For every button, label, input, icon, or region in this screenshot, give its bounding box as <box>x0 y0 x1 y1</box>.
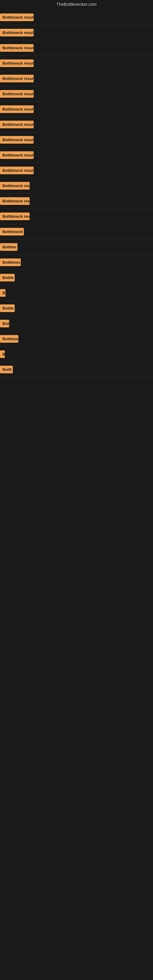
bottleneck-badge[interactable]: Bottleneck result <box>0 90 33 98</box>
bottleneck-row: Bottle <box>0 301 153 316</box>
bottleneck-badge[interactable]: Bottleneck resu <box>0 213 30 220</box>
bottleneck-badge[interactable]: Bottleneck result <box>0 121 33 128</box>
bottleneck-badge[interactable]: Bottleneck result <box>0 136 33 144</box>
bottleneck-badge[interactable]: Bottle <box>0 304 15 312</box>
bottleneck-badge[interactable]: Bottleneck <box>0 258 21 266</box>
bottleneck-badge[interactable]: Bottleneck resu <box>0 182 30 189</box>
bottleneck-badge[interactable]: Bottleneck result <box>0 44 33 52</box>
bottleneck-row: Bottlene <box>0 331 153 347</box>
bottleneck-row: Bottleneck result <box>0 25 153 40</box>
bottleneck-row: Bot <box>0 316 153 331</box>
bottleneck-row: Bottleneck result <box>0 117 153 132</box>
bottleneck-badge[interactable]: Bottlene <box>0 335 18 343</box>
bottleneck-badge[interactable]: Bottle <box>0 274 15 282</box>
bottleneck-badge[interactable]: Bottleneck result <box>0 59 33 67</box>
bottleneck-row: Bottleneck r <box>0 224 153 240</box>
bottleneck-row: Bottleneck resu <box>0 178 153 194</box>
bottleneck-row: Bottleneck resu <box>0 194 153 209</box>
bottleneck-row: Bottleneck resu <box>0 209 153 224</box>
bottleneck-badge[interactable]: Bottl <box>0 366 13 373</box>
bottleneck-badge[interactable]: B <box>0 289 5 297</box>
bottleneck-row: Bottleneck <box>0 255 153 270</box>
bottleneck-badge[interactable]: Bottleneck result <box>0 167 33 174</box>
bottleneck-badge[interactable]: Bottleneck result <box>0 13 33 21</box>
bottleneck-row: Bottleneck result <box>0 56 153 71</box>
bottleneck-row: Bottleneck result <box>0 10 153 25</box>
bottleneck-badge[interactable]: B <box>0 350 5 358</box>
bottleneck-row: Bottleneck result <box>0 148 153 163</box>
bottleneck-row: Bottlen <box>0 240 153 255</box>
bottleneck-badge[interactable]: Bottlen <box>0 243 18 251</box>
bottleneck-badge[interactable]: Bottleneck result <box>0 75 33 83</box>
bottleneck-row: Bottleneck result <box>0 40 153 56</box>
bottleneck-row: Bottleneck result <box>0 86 153 102</box>
bottleneck-row: B <box>0 285 153 301</box>
bottleneck-badge[interactable]: Bottleneck resu <box>0 197 30 205</box>
bottleneck-row: Bottleneck result <box>0 102 153 117</box>
bottleneck-row: B <box>0 347 153 362</box>
bottleneck-row: Bottl <box>0 362 153 377</box>
bottleneck-badge[interactable]: Bottleneck result <box>0 105 33 113</box>
bottleneck-badge[interactable]: Bottleneck r <box>0 228 24 235</box>
site-title: TheBottlenecker.com <box>0 0 153 10</box>
bottleneck-row: Bottle <box>0 270 153 285</box>
bottleneck-row: Bottleneck result <box>0 163 153 178</box>
bottleneck-badge[interactable]: Bottleneck result <box>0 151 33 159</box>
bottleneck-badge[interactable]: Bot <box>0 320 9 328</box>
bottleneck-row: Bottleneck result <box>0 132 153 148</box>
bottleneck-badge[interactable]: Bottleneck result <box>0 29 33 37</box>
bottleneck-row: Bottleneck result <box>0 71 153 86</box>
